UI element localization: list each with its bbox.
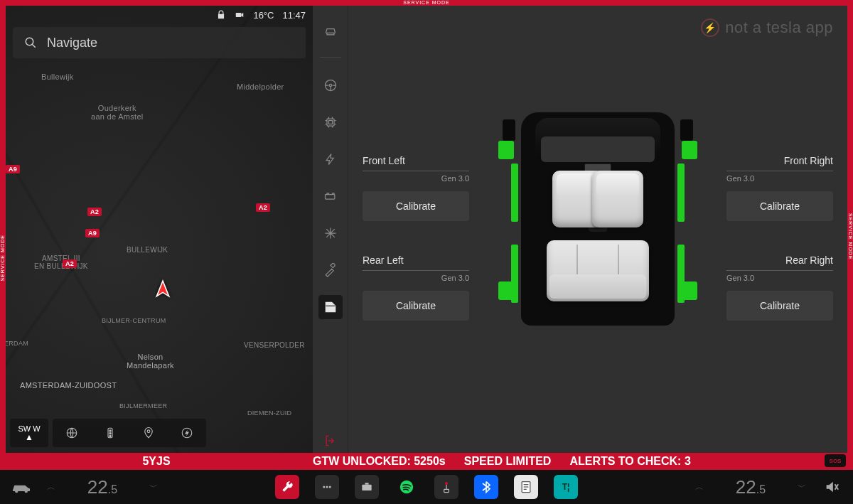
service-alert-strip: 5YJS GTW UNLOCKED: 5250s SPEED LIMITED A… — [0, 453, 853, 470]
window-front-left-group: Front Left Gen 3.0 Calibrate — [363, 155, 469, 221]
watermark: ⚡ not a tesla app — [701, 18, 833, 37]
alerts-status: ALERTS TO CHECK: 3 — [569, 455, 690, 468]
app-energy[interactable]: T¦ — [554, 475, 578, 499]
search-icon — [24, 36, 37, 49]
nav-vehicle[interactable] — [318, 18, 343, 43]
road-tag-a2: A2 — [87, 208, 102, 216]
window-tab-rl — [498, 282, 514, 300]
svg-point-16 — [326, 486, 328, 488]
seat-front-right — [592, 171, 643, 227]
svg-rect-19 — [365, 483, 369, 485]
calibrate-rr-button[interactable]: Calibrate — [726, 291, 833, 321]
vin-label: 5YJS — [0, 455, 313, 468]
nav-charging[interactable] — [318, 147, 343, 171]
svg-rect-13 — [328, 121, 332, 124]
speed-status: SPEED LIMITED — [464, 455, 552, 468]
svg-point-7 — [109, 435, 111, 436]
window-rr-gen: Gen 3.0 — [726, 274, 833, 282]
svg-rect-21 — [444, 489, 449, 492]
navigate-search[interactable]: Navigate — [13, 27, 306, 58]
nav-tools[interactable] — [318, 258, 343, 282]
svg-point-1 — [26, 38, 33, 45]
app-service[interactable] — [275, 475, 299, 499]
temp-left-up[interactable]: ﹀ — [145, 481, 162, 493]
road-tag-a9: A9 — [6, 165, 20, 173]
nav-exit[interactable] — [318, 429, 343, 453]
svg-point-17 — [329, 486, 331, 488]
window-fr-gen: Gen 3.0 — [726, 174, 833, 183]
nav-steering[interactable] — [318, 73, 343, 97]
current-location-marker — [154, 279, 172, 301]
mirror-left — [503, 119, 515, 141]
service-mode-left-bar: SERVICE MODE — [0, 0, 6, 470]
window-front-right-group: Front Right Gen 3.0 Calibrate — [726, 155, 833, 221]
lock-icon — [216, 10, 226, 20]
temp-right-up[interactable]: ﹀ — [793, 481, 810, 493]
nav-hvac[interactable] — [318, 221, 343, 245]
map-status-row: 16°C 11:47 — [6, 6, 313, 24]
service-sidebar — [313, 6, 348, 453]
app-bluetooth[interactable] — [474, 475, 498, 499]
app-spotify[interactable] — [395, 475, 419, 499]
svg-point-15 — [323, 486, 325, 488]
nav-doors[interactable] — [318, 295, 343, 319]
svg-point-8 — [147, 430, 150, 433]
sos-button[interactable]: SOS — [825, 454, 846, 467]
app-arcade[interactable] — [434, 475, 458, 499]
temp-left[interactable]: 22.5 — [60, 476, 145, 498]
window-rl-gen: Gen 3.0 — [363, 274, 469, 282]
app-menu[interactable] — [315, 475, 339, 499]
dashcam-icon — [235, 10, 245, 20]
window-rear-left-group: Rear Left Gen 3.0 Calibrate — [363, 254, 469, 321]
status-temperature: 16°C — [253, 10, 274, 21]
window-tab-rr — [682, 282, 697, 300]
svg-point-5 — [109, 430, 111, 431]
bolt-icon: ⚡ — [701, 18, 719, 37]
svg-rect-0 — [236, 13, 242, 17]
calibrate-rl-button[interactable]: Calibrate — [363, 291, 469, 321]
dock-car-button[interactable] — [0, 480, 43, 494]
window-fl-title: Front Left — [363, 155, 469, 171]
car-body — [521, 112, 675, 326]
map-globe-button[interactable] — [53, 419, 91, 447]
temp-left-down[interactable]: ︿ — [43, 481, 60, 493]
app-notes[interactable] — [514, 475, 538, 499]
dock-apps: T¦ — [162, 475, 691, 499]
service-panel: ⚡ not a tesla app Front Left Gen — [313, 6, 847, 453]
temp-right-down[interactable]: ︿ — [691, 481, 708, 493]
window-rear-right-group: Rear Right Gen 3.0 Calibrate — [726, 254, 833, 321]
svg-point-6 — [109, 433, 111, 434]
window-fr-title: Front Right — [726, 155, 833, 171]
window-fl-gen: Gen 3.0 — [363, 174, 469, 183]
service-body: Front Left Gen 3.0 Calibrate Rear Left G… — [348, 6, 847, 453]
map-labels: Bullewijk Middelpolder Ouderkerk aan de … — [6, 6, 313, 453]
app-dashcam[interactable] — [355, 475, 379, 499]
road-tag-a2: A2 — [256, 203, 270, 212]
nav-battery[interactable] — [318, 184, 343, 208]
svg-point-11 — [329, 84, 331, 86]
svg-rect-18 — [362, 485, 371, 490]
search-placeholder: Navigate — [47, 36, 97, 50]
svg-rect-14 — [325, 195, 334, 200]
map-pin-button[interactable] — [129, 419, 168, 447]
road-tag-a9: A9 — [85, 229, 100, 237]
service-mode-right-bar: SERVICE MODE — [847, 0, 853, 470]
calibrate-fl-button[interactable]: Calibrate — [363, 191, 469, 221]
window-indicator-fl — [511, 163, 518, 222]
calibrate-fr-button[interactable]: Calibrate — [726, 191, 833, 221]
temp-right[interactable]: 22.5 — [708, 476, 793, 498]
compass[interactable]: SW W ▲ — [10, 419, 48, 447]
map-toolbar — [53, 419, 206, 447]
service-mode-top-bar: SERVICE MODE — [0, 0, 853, 6]
nav-chip[interactable] — [318, 110, 343, 134]
gtw-status: GTW UNLOCKED: 5250s — [313, 455, 446, 468]
volume-button[interactable] — [810, 479, 853, 495]
road-tag-a2: A2 — [63, 259, 77, 268]
map-panel[interactable]: 16°C 11:47 Navigate Bullewijk Middelpold… — [6, 6, 313, 453]
map-traffic-button[interactable] — [91, 419, 129, 447]
seat-rear-bench — [547, 240, 649, 301]
map-charger-button[interactable] — [168, 419, 206, 447]
status-time: 11:47 — [282, 10, 306, 21]
svg-line-2 — [32, 44, 36, 48]
window-tab-fl — [498, 141, 514, 159]
